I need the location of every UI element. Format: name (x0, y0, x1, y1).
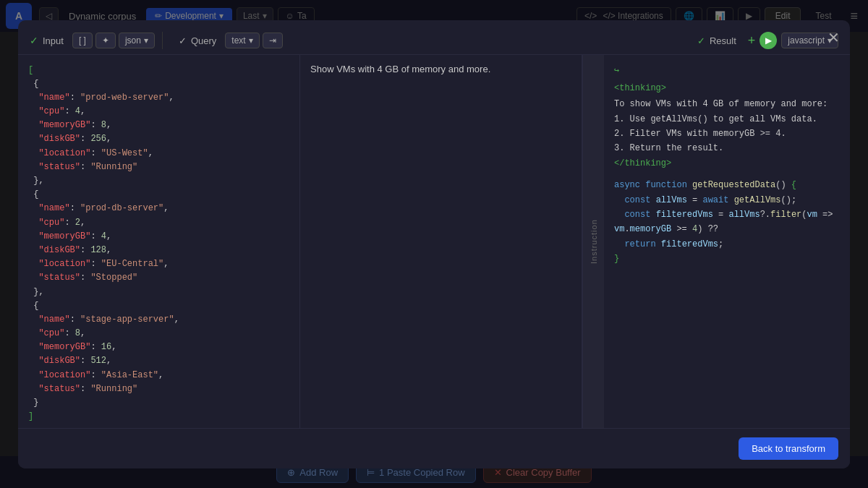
open-bracket: [ (28, 65, 33, 75)
expand-icon: ⇥ (269, 35, 276, 46)
query-panel-label: ✓ Query (170, 35, 225, 46)
modal-close-button[interactable]: ✕ (827, 29, 840, 46)
close-icon: ✕ (827, 30, 840, 46)
format-button-1[interactable]: [ ] (72, 33, 93, 48)
text-chevron-icon: ▾ (249, 35, 253, 46)
plus-icon: + (748, 33, 756, 48)
sparkle-icon: ✦ (102, 35, 109, 46)
json-format-button[interactable]: json ▾ (119, 33, 155, 48)
code-line-2: const allVms = await getAllVms(); (614, 193, 840, 207)
bracket-icon: [ ] (79, 35, 86, 46)
input-panel[interactable]: [ { "name": "prod-web-server", "cpu": 4,… (18, 55, 300, 428)
query-check-icon: ✓ (179, 35, 187, 46)
back-to-transform-button[interactable]: Back to transform (739, 437, 838, 460)
input-check-icon: ✓ (30, 35, 38, 46)
modal-overlay: ✕ ✓ Input [ ] ✦ json ▾ ✓ Query (0, 0, 868, 488)
result-panel[interactable]: ↪ <thinking> To show VMs with 4 GB of me… (604, 55, 850, 428)
modal-footer: Back to transform (18, 428, 850, 468)
run-play-icon: ▶ (765, 35, 772, 46)
json-chevron-icon: ▾ (144, 35, 148, 46)
modal-header: ✓ Input [ ] ✦ json ▾ ✓ Query text ▾ (18, 20, 850, 55)
result-step3: 3. Return the result. (614, 141, 840, 155)
instruction-panel: Instruction (582, 55, 604, 428)
code-line-5: } (614, 252, 840, 266)
expand-button[interactable]: ⇥ (263, 33, 283, 48)
query-panel[interactable]: Show VMs with 4 GB of memory and more. (300, 55, 582, 428)
panel-divider-1 (162, 32, 163, 49)
result-step2: 2. Filter VMs with memoryGB >= 4. (614, 127, 840, 141)
input-panel-label: ✓ Input (30, 35, 72, 46)
thinking-open-tag: <thinking> (614, 81, 840, 95)
format-button-2[interactable]: ✦ (95, 33, 116, 48)
modal: ✕ ✓ Input [ ] ✦ json ▾ ✓ Query (18, 20, 850, 468)
text-type-button[interactable]: text ▾ (225, 33, 259, 48)
result-step1: 1. Use getAllVms() to get all VMs data. (614, 112, 840, 127)
result-panel-label: ✓ Result (690, 35, 744, 46)
thinking-close-tag: </thinking> (614, 156, 840, 171)
add-result-button[interactable]: + (744, 32, 760, 50)
query-text: Show VMs with 4 GB of memory and more. (310, 64, 490, 74)
code-line-4: return filteredVms; (614, 237, 840, 252)
code-line-3: const filteredVms = allVms?.filter(vm =>… (614, 207, 840, 237)
thinking-text: To show VMs with 4 GB of memory and more… (614, 97, 840, 111)
code-line-1: async function getRequestedData() { (614, 178, 840, 192)
run-button[interactable]: ▶ (760, 32, 777, 49)
modal-content: [ { "name": "prod-web-server", "cpu": 4,… (18, 55, 850, 428)
result-arrow: ↪ (614, 64, 840, 78)
result-check-icon: ✓ (697, 35, 705, 46)
instruction-label: Instruction (590, 219, 598, 264)
